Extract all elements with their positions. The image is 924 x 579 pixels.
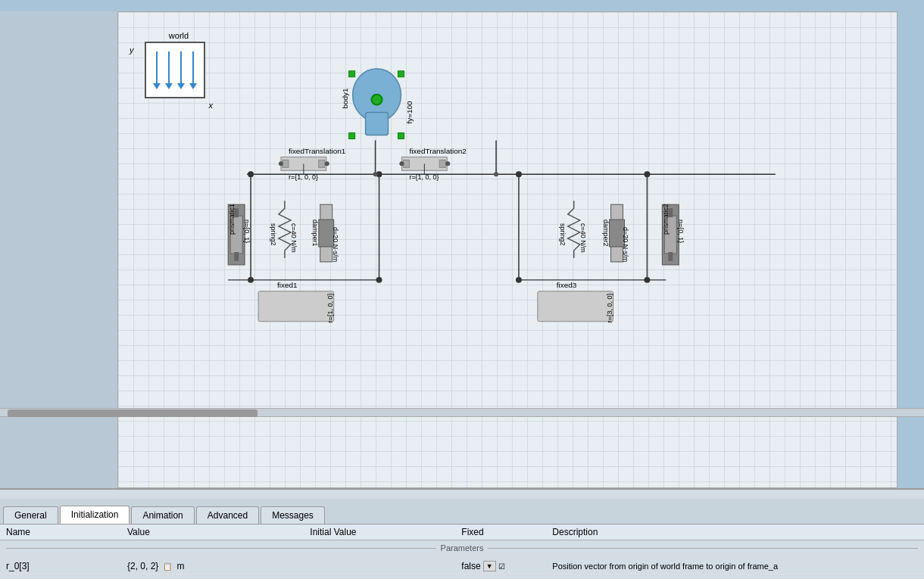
row-initial-value: {2, 0, 2}: [127, 561, 158, 571]
table-header: Name Value Initial Value Fixed Descripti…: [0, 525, 924, 540]
world-arrows: [152, 51, 198, 89]
dropdown-icon[interactable]: ▼: [483, 561, 496, 571]
row-name: r_0[3]: [6, 561, 127, 571]
params-section: Parameters: [0, 540, 924, 559]
row-unit: m: [176, 561, 184, 571]
table-row[interactable]: r_0[3] {2, 0, 2} 📋 m false ▼ ☑ Position …: [0, 559, 924, 574]
col-header-value: Value: [127, 527, 310, 537]
row-fixed-value: false: [461, 561, 480, 571]
bottom-panel: General Initialization Animation Advance…: [0, 488, 924, 579]
axis-x-label: x: [209, 101, 214, 110]
col-header-description: Description: [552, 527, 918, 537]
axis-y-label: y: [130, 45, 134, 54]
params-label: Parameters: [6, 543, 918, 553]
left-sidebar: [0, 11, 117, 496]
row-fixed[interactable]: false ▼ ☑: [461, 561, 552, 571]
tab-general[interactable]: General: [3, 506, 58, 524]
col-header-name: Name: [6, 527, 127, 537]
world-label: world: [145, 31, 213, 40]
col-header-initial: Initial Value: [310, 527, 461, 537]
row-unit-icon: 📋: [163, 562, 172, 571]
tab-initialization[interactable]: Initialization: [60, 506, 130, 524]
horizontal-scrollbar[interactable]: [0, 408, 924, 417]
world-box: [145, 42, 205, 98]
world-indicator: world y x: [145, 31, 213, 107]
row-fixed-icon: ☑: [498, 562, 505, 571]
tab-animation[interactable]: Animation: [131, 506, 194, 524]
scroll-thumb[interactable]: [8, 409, 258, 417]
col-header-fixed: Fixed: [461, 527, 552, 537]
tabs-row: General Initialization Animation Advance…: [0, 499, 924, 525]
row-value: {2, 0, 2} 📋 m: [127, 561, 310, 571]
params-label-text: Parameters: [441, 543, 484, 553]
tab-messages[interactable]: Messages: [261, 506, 325, 524]
tab-advanced[interactable]: Advanced: [196, 506, 259, 524]
row-description: Position vector from origin of world fra…: [552, 562, 918, 571]
